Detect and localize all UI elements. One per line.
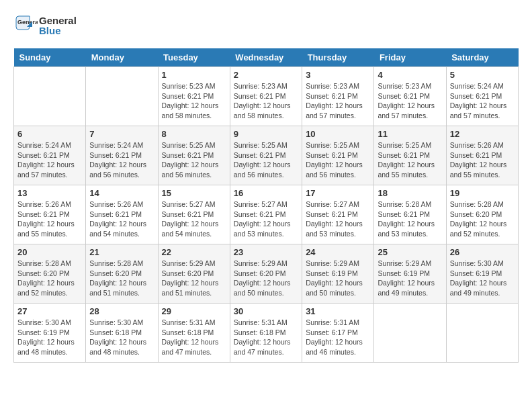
day-number: 17 <box>306 188 370 198</box>
day-number: 19 <box>450 188 515 198</box>
calendar-body: 1Sunrise: 5:23 AM Sunset: 6:21 PM Daylig… <box>14 67 519 363</box>
calendar-cell <box>86 67 158 126</box>
day-info: Sunrise: 5:31 AM Sunset: 6:17 PM Dayligh… <box>306 318 370 357</box>
day-info: Sunrise: 5:28 AM Sunset: 6:20 PM Dayligh… <box>89 259 154 298</box>
day-info: Sunrise: 5:29 AM Sunset: 6:20 PM Dayligh… <box>162 259 226 298</box>
calendar-header: SundayMondayTuesdayWednesdayThursdayFrid… <box>14 48 519 67</box>
day-number: 28 <box>89 306 154 316</box>
day-info: Sunrise: 5:24 AM Sunset: 6:21 PM Dayligh… <box>89 140 154 180</box>
day-number: 10 <box>306 129 370 139</box>
calendar-cell: 14Sunrise: 5:26 AM Sunset: 6:21 PM Dayli… <box>86 185 158 244</box>
day-info: Sunrise: 5:30 AM Sunset: 6:19 PM Dayligh… <box>17 318 82 357</box>
day-number: 3 <box>306 70 370 80</box>
calendar-cell: 13Sunrise: 5:26 AM Sunset: 6:21 PM Dayli… <box>14 185 86 244</box>
day-info: Sunrise: 5:26 AM Sunset: 6:21 PM Dayligh… <box>89 199 154 239</box>
calendar-week-row: 20Sunrise: 5:28 AM Sunset: 6:20 PM Dayli… <box>14 244 519 304</box>
calendar-cell: 17Sunrise: 5:27 AM Sunset: 6:21 PM Dayli… <box>302 185 374 244</box>
day-info: Sunrise: 5:24 AM Sunset: 6:21 PM Dayligh… <box>450 81 515 121</box>
day-info: Sunrise: 5:23 AM Sunset: 6:21 PM Dayligh… <box>162 81 226 121</box>
calendar-cell: 19Sunrise: 5:28 AM Sunset: 6:20 PM Dayli… <box>446 185 518 244</box>
day-number: 9 <box>234 129 298 139</box>
day-number: 15 <box>162 188 226 198</box>
calendar-cell: 21Sunrise: 5:28 AM Sunset: 6:20 PM Dayli… <box>86 244 158 304</box>
page-header: General General Blue <box>13 13 519 38</box>
day-info: Sunrise: 5:30 AM Sunset: 6:19 PM Dayligh… <box>450 259 515 298</box>
calendar-cell <box>374 304 446 363</box>
logo-name-line2: Blue <box>39 26 77 36</box>
calendar-cell: 15Sunrise: 5:27 AM Sunset: 6:21 PM Dayli… <box>158 185 230 244</box>
calendar-cell: 10Sunrise: 5:25 AM Sunset: 6:21 PM Dayli… <box>302 126 374 185</box>
calendar-cell <box>14 67 86 126</box>
day-info: Sunrise: 5:26 AM Sunset: 6:21 PM Dayligh… <box>17 199 82 239</box>
day-info: Sunrise: 5:29 AM Sunset: 6:20 PM Dayligh… <box>234 259 298 298</box>
calendar-cell: 5Sunrise: 5:24 AM Sunset: 6:21 PM Daylig… <box>446 67 518 126</box>
day-info: Sunrise: 5:27 AM Sunset: 6:21 PM Dayligh… <box>234 199 298 239</box>
day-info: Sunrise: 5:23 AM Sunset: 6:21 PM Dayligh… <box>378 81 442 121</box>
calendar-cell: 6Sunrise: 5:24 AM Sunset: 6:21 PM Daylig… <box>14 126 86 185</box>
day-number: 13 <box>17 188 82 198</box>
calendar-cell: 29Sunrise: 5:31 AM Sunset: 6:18 PM Dayli… <box>158 304 230 363</box>
calendar-cell: 22Sunrise: 5:29 AM Sunset: 6:20 PM Dayli… <box>158 244 230 304</box>
logo: General General Blue <box>13 13 77 38</box>
day-info: Sunrise: 5:25 AM Sunset: 6:21 PM Dayligh… <box>234 140 298 180</box>
day-info: Sunrise: 5:31 AM Sunset: 6:18 PM Dayligh… <box>162 318 226 357</box>
day-number: 11 <box>378 129 442 139</box>
header-row: SundayMondayTuesdayWednesdayThursdayFrid… <box>14 48 519 67</box>
day-number: 21 <box>89 247 154 257</box>
day-info: Sunrise: 5:28 AM Sunset: 6:20 PM Dayligh… <box>17 259 82 298</box>
day-of-week-header: Monday <box>86 48 158 67</box>
calendar-cell: 25Sunrise: 5:29 AM Sunset: 6:19 PM Dayli… <box>374 244 446 304</box>
calendar-cell: 26Sunrise: 5:30 AM Sunset: 6:19 PM Dayli… <box>446 244 518 304</box>
day-number: 23 <box>234 247 298 257</box>
day-number: 12 <box>450 129 515 139</box>
day-number: 24 <box>306 247 370 257</box>
day-of-week-header: Wednesday <box>230 48 302 67</box>
day-of-week-header: Friday <box>374 48 446 67</box>
calendar-cell: 27Sunrise: 5:30 AM Sunset: 6:19 PM Dayli… <box>14 304 86 363</box>
calendar-cell: 7Sunrise: 5:24 AM Sunset: 6:21 PM Daylig… <box>86 126 158 185</box>
calendar-cell: 31Sunrise: 5:31 AM Sunset: 6:17 PM Dayli… <box>302 304 374 363</box>
day-of-week-header: Thursday <box>302 48 374 67</box>
calendar-week-row: 1Sunrise: 5:23 AM Sunset: 6:21 PM Daylig… <box>14 67 519 126</box>
day-info: Sunrise: 5:27 AM Sunset: 6:21 PM Dayligh… <box>306 199 370 239</box>
calendar-week-row: 13Sunrise: 5:26 AM Sunset: 6:21 PM Dayli… <box>14 185 519 244</box>
calendar-cell <box>446 304 518 363</box>
day-info: Sunrise: 5:27 AM Sunset: 6:21 PM Dayligh… <box>162 199 226 239</box>
day-number: 25 <box>378 247 442 257</box>
day-number: 4 <box>378 70 442 80</box>
svg-text:General: General <box>17 19 38 26</box>
day-info: Sunrise: 5:23 AM Sunset: 6:21 PM Dayligh… <box>306 81 370 121</box>
calendar-cell: 23Sunrise: 5:29 AM Sunset: 6:20 PM Dayli… <box>230 244 302 304</box>
day-of-week-header: Saturday <box>446 48 518 67</box>
day-info: Sunrise: 5:25 AM Sunset: 6:21 PM Dayligh… <box>378 140 442 180</box>
day-info: Sunrise: 5:25 AM Sunset: 6:21 PM Dayligh… <box>162 140 226 180</box>
calendar-cell: 3Sunrise: 5:23 AM Sunset: 6:21 PM Daylig… <box>302 67 374 126</box>
calendar-cell: 9Sunrise: 5:25 AM Sunset: 6:21 PM Daylig… <box>230 126 302 185</box>
calendar-cell: 20Sunrise: 5:28 AM Sunset: 6:20 PM Dayli… <box>14 244 86 304</box>
day-number: 26 <box>450 247 515 257</box>
day-info: Sunrise: 5:23 AM Sunset: 6:21 PM Dayligh… <box>234 81 298 121</box>
day-info: Sunrise: 5:29 AM Sunset: 6:19 PM Dayligh… <box>306 259 370 298</box>
day-number: 22 <box>162 247 226 257</box>
calendar-cell: 2Sunrise: 5:23 AM Sunset: 6:21 PM Daylig… <box>230 67 302 126</box>
day-number: 16 <box>234 188 298 198</box>
day-info: Sunrise: 5:26 AM Sunset: 6:21 PM Dayligh… <box>450 140 515 180</box>
day-info: Sunrise: 5:29 AM Sunset: 6:19 PM Dayligh… <box>378 259 442 298</box>
day-number: 18 <box>378 188 442 198</box>
day-number: 29 <box>162 306 226 316</box>
logo-name-line1: General <box>39 15 77 26</box>
calendar-cell: 11Sunrise: 5:25 AM Sunset: 6:21 PM Dayli… <box>374 126 446 185</box>
day-info: Sunrise: 5:28 AM Sunset: 6:21 PM Dayligh… <box>378 199 442 239</box>
calendar-cell: 18Sunrise: 5:28 AM Sunset: 6:21 PM Dayli… <box>374 185 446 244</box>
calendar-week-row: 6Sunrise: 5:24 AM Sunset: 6:21 PM Daylig… <box>14 126 519 185</box>
logo-svg: General <box>13 13 38 38</box>
day-info: Sunrise: 5:28 AM Sunset: 6:20 PM Dayligh… <box>450 199 515 239</box>
calendar-table: SundayMondayTuesdayWednesdayThursdayFrid… <box>13 48 519 363</box>
calendar-cell: 1Sunrise: 5:23 AM Sunset: 6:21 PM Daylig… <box>158 67 230 126</box>
calendar-cell: 8Sunrise: 5:25 AM Sunset: 6:21 PM Daylig… <box>158 126 230 185</box>
calendar-week-row: 27Sunrise: 5:30 AM Sunset: 6:19 PM Dayli… <box>14 304 519 363</box>
day-info: Sunrise: 5:30 AM Sunset: 6:18 PM Dayligh… <box>89 318 154 357</box>
day-number: 8 <box>162 129 226 139</box>
day-info: Sunrise: 5:25 AM Sunset: 6:21 PM Dayligh… <box>306 140 370 180</box>
day-number: 5 <box>450 70 515 80</box>
